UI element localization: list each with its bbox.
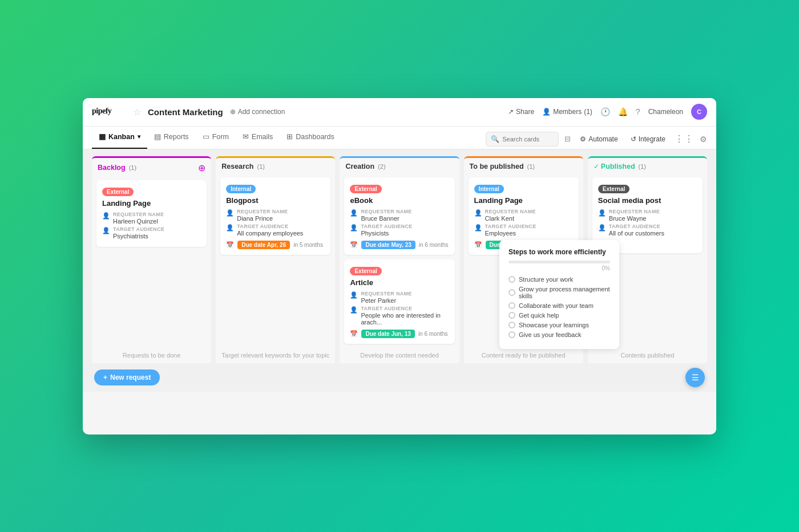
chevron-down-icon: ▾ <box>138 133 140 140</box>
step-item-5[interactable]: Showcase your learnings <box>509 322 610 328</box>
step-circle <box>509 331 515 338</box>
col-count-published: (1) <box>639 163 646 170</box>
add-connection-btn[interactable]: ⊕ Add connection <box>230 108 285 116</box>
col-body-backlog: External Landing Page 👤 REQUESTER NAME H… <box>92 177 211 347</box>
audience-value: Physicists <box>361 230 412 237</box>
dashboard-icon: ⊞ <box>286 132 293 141</box>
card-field-requester: 👤 REQUESTER NAME Harleen Quinzel <box>102 212 201 225</box>
tab-kanban[interactable]: ▦ Kanban ▾ <box>92 126 147 149</box>
kanban-board: Backlog (1) ⊕ External Landing Page 👤 RE… <box>83 149 716 363</box>
step-item-6[interactable]: Give us your feedback <box>509 331 610 338</box>
audience-label: TARGET AUDIENCE <box>237 224 303 229</box>
plus-icon: + <box>103 373 107 381</box>
card-blogpost[interactable]: Internal Blogpost 👤 REQUESTER NAME Diana… <box>220 177 330 255</box>
col-title-publish: To be published <box>470 163 524 170</box>
integrate-icon: ↺ <box>631 135 636 143</box>
column-publish-header: To be published (1) <box>464 156 583 174</box>
step-item-1[interactable]: Structure your work <box>509 276 610 283</box>
requester-label: REQUESTER NAME <box>237 209 288 214</box>
settings-icon[interactable]: ⚙ <box>700 135 707 144</box>
badge-external: External <box>350 267 381 275</box>
card-title: Landing Page <box>474 196 573 205</box>
audience-value: All company employees <box>237 230 303 237</box>
history-icon[interactable]: 🕐 <box>600 107 610 116</box>
requester-icon: 👤 <box>102 212 110 220</box>
card-ebook[interactable]: External eBook 👤 REQUESTER NAME Bruce Ba… <box>344 177 454 255</box>
svg-text:pipefy: pipefy <box>92 107 112 115</box>
requester-label: REQUESTER NAME <box>609 209 660 214</box>
requester-value: Harleen Quinzel <box>113 218 164 225</box>
kanban-icon: ▦ <box>99 132 106 141</box>
nav-bar: ▦ Kanban ▾ ▤ Reports ▭ Form ✉ Emails ⊞ D… <box>83 127 716 149</box>
share-button[interactable]: ↗ Share <box>508 108 534 116</box>
column-creation-header: Creation (2) <box>340 156 459 174</box>
search-box[interactable]: 🔍 <box>486 132 559 147</box>
list-fab-button[interactable]: ☰ <box>685 368 705 387</box>
filter-icon[interactable]: ⊟ <box>564 135 571 143</box>
share-icon: ↗ <box>508 108 514 116</box>
column-published-header: ✓ Published (1) <box>588 156 707 174</box>
col-footer-backlog: Requests to be done <box>92 347 211 363</box>
requester-icon: 👤 <box>350 291 358 299</box>
tab-dashboards[interactable]: ⊞ Dashboards <box>280 126 341 149</box>
notification-icon[interactable]: 🔔 <box>618 107 628 116</box>
reports-icon: ▤ <box>154 132 161 141</box>
avatar[interactable]: C <box>691 104 707 120</box>
card-title: Blogpost <box>226 196 325 205</box>
col-title-creation: Creation <box>345 163 374 170</box>
star-icon[interactable]: ☆ <box>133 107 141 117</box>
search-input[interactable] <box>502 136 554 143</box>
members-icon: 👤 <box>542 108 551 116</box>
column-backlog-header: Backlog (1) ⊕ <box>92 156 211 177</box>
step-item-2[interactable]: Grow your process management skills <box>509 286 610 299</box>
members-button[interactable]: 👤 Members (1) <box>542 108 592 116</box>
tab-emails[interactable]: ✉ Emails <box>236 126 280 149</box>
requester-label: REQUESTER NAME <box>361 209 411 214</box>
col-footer-published: Contents published <box>588 347 707 363</box>
col-add-backlog[interactable]: ⊕ <box>198 163 205 173</box>
app-window: pipefy ☆ Content Marketing ⊕ Add connect… <box>83 98 716 434</box>
audience-icon: 👤 <box>474 224 482 232</box>
card-field-audience: 👤 TARGET AUDIENCE Physicists <box>350 224 449 237</box>
steps-title: Steps to work more efficiently <box>509 248 610 256</box>
step-item-4[interactable]: Get quick help <box>509 312 610 319</box>
integrate-button[interactable]: ↺ Integrate <box>627 133 669 145</box>
card-landing-page-backlog[interactable]: External Landing Page 👤 REQUESTER NAME H… <box>96 180 207 247</box>
audience-label: TARGET AUDIENCE <box>113 226 164 232</box>
card-field-requester: 👤 REQUESTER NAME Diana Prince <box>226 209 325 222</box>
grid-view-icon[interactable]: ⋮⋮ <box>675 133 694 144</box>
due-time: in 5 months <box>293 242 323 248</box>
audience-value: Employees <box>485 230 536 237</box>
requester-value: Diana Prince <box>237 215 288 222</box>
card-article[interactable]: External Article 👤 REQUESTER NAME Peter … <box>344 259 454 344</box>
due-badge: Due date Jun, 13 <box>361 330 414 338</box>
column-backlog: Backlog (1) ⊕ External Landing Page 👤 RE… <box>92 156 211 363</box>
col-body-creation: External eBook 👤 REQUESTER NAME Bruce Ba… <box>340 174 459 347</box>
requester-icon: 👤 <box>474 209 482 217</box>
due-badge: Due date Apr, 26 <box>237 241 290 249</box>
audience-icon: 👤 <box>102 227 110 234</box>
audience-value: People who are interested in arach... <box>361 312 449 326</box>
requester-label: REQUESTER NAME <box>485 209 536 214</box>
card-field-requester: 👤 REQUESTER NAME Clark Kent <box>474 209 573 222</box>
step-circle <box>509 302 515 309</box>
step-item-3[interactable]: Collaborate with your team <box>509 302 610 309</box>
new-request-button[interactable]: + New request <box>94 369 160 385</box>
col-count-publish: (1) <box>527 163 535 170</box>
badge-external-dark: External <box>598 185 629 193</box>
help-icon[interactable]: ? <box>636 107 640 116</box>
automate-button[interactable]: ⚙ Automate <box>576 133 621 145</box>
requester-label: REQUESTER NAME <box>361 291 411 297</box>
step-circle <box>509 312 515 319</box>
column-creation: Creation (2) External eBook 👤 REQUESTER … <box>340 156 459 363</box>
audience-label: TARGET AUDIENCE <box>609 224 664 229</box>
tab-form[interactable]: ▭ Form <box>196 126 236 149</box>
card-field-audience: 👤 TARGET AUDIENCE People who are interes… <box>350 306 449 326</box>
email-icon: ✉ <box>243 132 249 141</box>
project-title: Content Marketing <box>148 107 223 117</box>
published-check-icon: ✓ <box>594 163 599 170</box>
search-icon: 🔍 <box>491 135 499 143</box>
tab-reports[interactable]: ▤ Reports <box>147 126 196 149</box>
automate-icon: ⚙ <box>580 135 586 143</box>
board-footer: + New request ☰ <box>83 363 716 392</box>
